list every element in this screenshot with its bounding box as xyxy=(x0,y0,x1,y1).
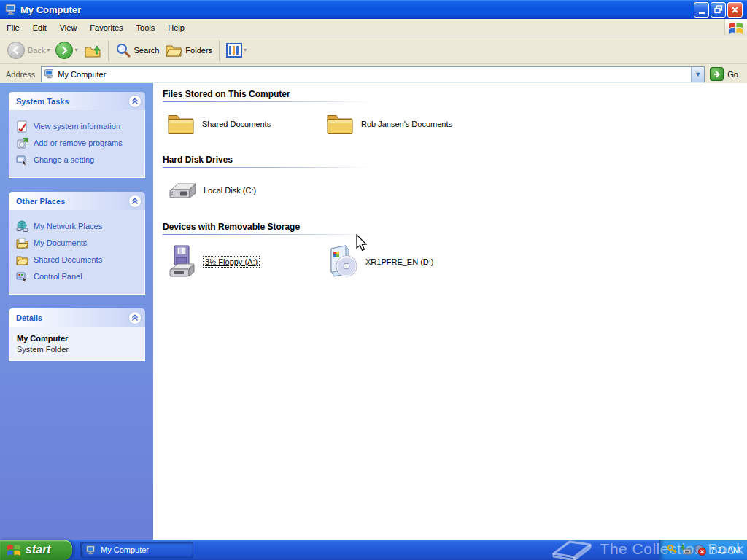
address-input[interactable]: My Computer ▼ xyxy=(41,66,705,82)
section-hard-disk-drives: Hard Disk Drives Local Disk (C:) xyxy=(163,152,747,203)
system-tasks-title: System Tasks xyxy=(16,97,69,106)
main-area: System Tasks View system information Add… xyxy=(0,83,747,540)
task-link-label: Control Panel xyxy=(34,271,82,281)
maximize-button[interactable] xyxy=(711,2,726,18)
item-label: XR1PFRE_EN (D:) xyxy=(365,257,434,266)
toolbar-separator xyxy=(219,40,220,61)
menu-view[interactable]: View xyxy=(53,20,84,35)
restore-icon xyxy=(714,5,723,14)
view-system-information-link[interactable]: View system information xyxy=(16,120,142,133)
address-my-computer-icon xyxy=(44,69,55,79)
close-icon xyxy=(731,6,739,14)
menu-file[interactable]: File xyxy=(0,20,26,35)
details-header[interactable]: Details xyxy=(9,308,145,327)
title-bar: My Computer xyxy=(0,0,747,19)
back-button[interactable]: Back ▾ xyxy=(4,40,53,61)
system-tasks-body: View system information Add or remove pr… xyxy=(9,110,145,178)
my-documents-icon xyxy=(16,237,28,249)
details-item-type: System Folder xyxy=(17,345,142,354)
item-label: Shared Documents xyxy=(202,120,271,128)
collapse-chevron-icon[interactable] xyxy=(128,95,142,108)
details-title: Details xyxy=(16,314,42,322)
add-remove-programs-icon xyxy=(16,137,28,149)
search-icon xyxy=(115,42,131,58)
tray-security-alert-icon[interactable] xyxy=(694,544,706,556)
hard-disk-icon xyxy=(166,177,197,203)
task-link-label: View system information xyxy=(34,120,120,131)
folders-icon xyxy=(165,42,182,58)
go-button[interactable]: Go xyxy=(710,67,738,81)
network-places-icon xyxy=(16,220,28,233)
up-button[interactable] xyxy=(81,40,104,61)
details-item-name: My Computer xyxy=(17,334,142,343)
views-icon xyxy=(226,43,242,58)
task-link-label: Change a setting xyxy=(34,154,94,164)
section-title: Hard Disk Drives xyxy=(163,152,747,165)
change-a-setting-link[interactable]: Change a setting xyxy=(16,154,142,166)
item-local-disk-c[interactable]: Local Disk (C:) xyxy=(166,177,325,203)
item-shared-documents[interactable]: Shared Documents xyxy=(166,112,325,136)
section-removable-storage: Devices with Removable Storage 3½ Floppy… xyxy=(163,219,747,279)
other-places-title: Other Places xyxy=(16,197,65,206)
start-button[interactable]: start xyxy=(0,540,72,560)
forward-dropdown-icon[interactable]: ▾ xyxy=(74,47,77,53)
item-label: Local Disk (C:) xyxy=(204,186,256,195)
cd-drive-icon xyxy=(325,244,359,279)
menu-tools[interactable]: Tools xyxy=(130,20,162,35)
forward-button[interactable]: ▾ xyxy=(53,40,80,61)
window-controls xyxy=(694,2,744,18)
minimize-button[interactable] xyxy=(694,2,709,18)
shared-documents-link[interactable]: Shared Documents xyxy=(16,254,142,266)
item-label: Rob Jansen's Documents xyxy=(361,120,452,128)
other-places-panel: Other Places My Network Places My Docume… xyxy=(9,192,145,295)
address-dropdown-button[interactable]: ▼ xyxy=(691,67,704,82)
search-label: Search xyxy=(134,46,160,55)
section-files-stored: Files Stored on This Computer Shared Doc… xyxy=(163,86,747,136)
toolbar-separator xyxy=(108,40,109,61)
taskbar: The Collection Book start My Computer 7:… xyxy=(0,540,747,560)
item-floppy-a[interactable]: 3½ Floppy (A:) xyxy=(166,244,325,279)
other-places-body: My Network Places My Documents Shared Do… xyxy=(9,210,145,295)
task-link-label: My Documents xyxy=(34,237,87,247)
collapse-chevron-icon[interactable] xyxy=(128,311,142,324)
views-button[interactable]: ▾ xyxy=(223,42,249,59)
views-dropdown-icon[interactable]: ▾ xyxy=(244,47,247,53)
section-title: Files Stored on This Computer xyxy=(163,86,747,99)
item-rob-jansens-documents[interactable]: Rob Jansen's Documents xyxy=(325,112,484,136)
menu-favorites[interactable]: Favorites xyxy=(83,20,129,35)
add-remove-programs-link[interactable]: Add or remove programs xyxy=(16,137,142,149)
taskbar-task-my-computer[interactable]: My Computer xyxy=(80,542,193,558)
windows-logo-icon xyxy=(724,19,747,36)
folder-content-view: Files Stored on This Computer Shared Doc… xyxy=(153,83,747,540)
address-label: Address xyxy=(6,70,35,79)
tray-safely-remove-icon[interactable] xyxy=(681,544,692,556)
tray-clock[interactable]: 7:21 AM xyxy=(711,545,740,554)
my-network-places-link[interactable]: My Network Places xyxy=(16,220,142,233)
details-body: My Computer System Folder xyxy=(9,327,145,361)
menu-help[interactable]: Help xyxy=(161,20,191,35)
control-panel-link[interactable]: Control Panel xyxy=(16,271,142,283)
menu-bar: File Edit View Favorites Tools Help xyxy=(0,19,747,36)
folder-icon xyxy=(325,112,355,136)
close-button[interactable] xyxy=(727,2,743,18)
start-label: start xyxy=(26,543,51,556)
system-tray: 7:21 AM xyxy=(659,540,747,560)
standard-toolbar: Back ▾ ▾ Search Folders ▾ xyxy=(0,36,747,64)
search-button[interactable]: Search xyxy=(112,41,163,60)
address-bar: Address My Computer ▼ Go xyxy=(0,64,747,85)
other-places-header[interactable]: Other Places xyxy=(9,192,145,210)
task-my-computer-icon xyxy=(85,545,96,556)
menu-edit[interactable]: Edit xyxy=(26,20,53,35)
task-link-label: Shared Documents xyxy=(34,254,102,264)
window-title: My Computer xyxy=(20,4,694,15)
folders-button[interactable]: Folders xyxy=(162,41,215,60)
back-dropdown-icon[interactable]: ▾ xyxy=(47,47,50,53)
task-pane-sidebar: System Tasks View system information Add… xyxy=(0,83,153,540)
task-link-label: Add or remove programs xyxy=(34,137,123,147)
system-tasks-header[interactable]: System Tasks xyxy=(9,92,145,110)
my-documents-link[interactable]: My Documents xyxy=(16,237,142,249)
floppy-drive-icon xyxy=(166,244,197,279)
collapse-chevron-icon[interactable] xyxy=(128,195,142,208)
item-cd-drive-d[interactable]: XR1PFRE_EN (D:) xyxy=(325,244,484,279)
tray-keys-icon[interactable] xyxy=(667,544,678,556)
